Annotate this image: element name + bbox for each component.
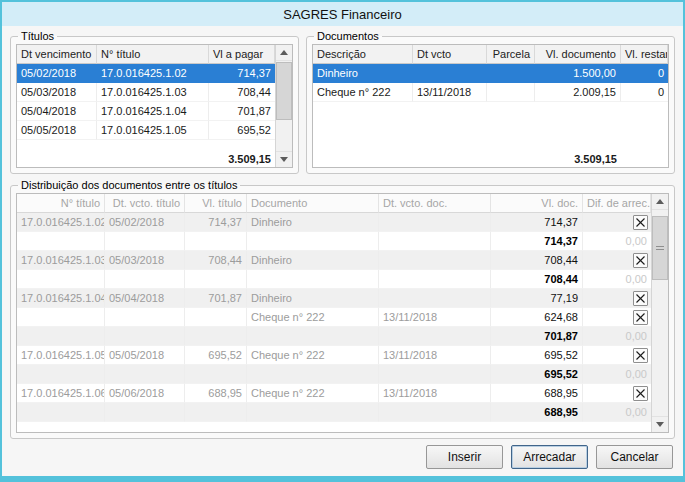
remove-allocation-button[interactable] bbox=[633, 386, 648, 401]
remove-allocation-button[interactable] bbox=[633, 348, 648, 363]
dist-detail-row[interactable]: 17.0.016425.1.0405/04/2018701,87Dinheiro… bbox=[17, 289, 651, 308]
documentos-cell-dt-vcto: 13/11/2018 bbox=[413, 83, 487, 102]
dist-cell-vl-titulo bbox=[185, 308, 247, 327]
spacer-cell bbox=[379, 403, 491, 422]
dist-cell-dif bbox=[583, 308, 651, 327]
dist-cell-dif bbox=[583, 213, 651, 232]
dist-cell-dt-vcto-doc bbox=[379, 289, 491, 308]
remove-allocation-button[interactable] bbox=[633, 215, 648, 230]
dist-cell-documento: Cheque n° 222 bbox=[247, 384, 379, 403]
dist-scroll-up-button[interactable] bbox=[652, 194, 668, 210]
spacer-cell bbox=[247, 365, 379, 384]
spacer-cell bbox=[185, 327, 247, 346]
dist-cell-subtotal-vl-doc: 695,52 bbox=[491, 365, 583, 384]
documentos-col-vl-restante[interactable]: Vl. restante bbox=[621, 45, 668, 64]
spacer-cell bbox=[247, 270, 379, 289]
titulos-scrollbar[interactable] bbox=[275, 45, 292, 167]
documentos-row[interactable]: Dinheiro1.500,000 bbox=[313, 64, 668, 83]
x-icon bbox=[635, 350, 646, 361]
dist-cell-vl-titulo: 708,44 bbox=[185, 251, 247, 270]
titulos-scroll-down-button[interactable] bbox=[276, 151, 292, 167]
spacer-cell bbox=[17, 403, 105, 422]
spacer-cell bbox=[105, 270, 185, 289]
titulos-col-vl-a-pagar[interactable]: Vl a pagar bbox=[209, 45, 275, 64]
dialog-content: Títulos Dt vencimento N° título Vl a pag… bbox=[2, 26, 683, 476]
titulos-rows-column: Dt vencimento N° título Vl a pagar 05/02… bbox=[17, 45, 275, 167]
dist-detail-row[interactable]: 17.0.016425.1.0305/03/2018708,44Dinheiro… bbox=[17, 251, 651, 270]
titulos-cell-vl-a-pagar: 701,87 bbox=[209, 102, 275, 121]
documentos-col-descricao[interactable]: Descrição bbox=[313, 45, 413, 64]
titulos-row[interactable]: 05/02/201817.0.016425.1.02714,37 bbox=[17, 64, 275, 83]
arrecadar-button[interactable]: Arrecadar bbox=[511, 445, 588, 469]
titulos-cell-dt-vencimento: 05/02/2018 bbox=[17, 64, 97, 83]
dist-scroll-down-button[interactable] bbox=[652, 416, 668, 432]
dist-cell-numero: 17.0.016425.1.02 bbox=[17, 213, 105, 232]
thumb-grip-icon bbox=[656, 246, 664, 251]
dist-cell-documento: Dinheiro bbox=[247, 251, 379, 270]
dist-cell-numero: 17.0.016425.1.04 bbox=[17, 289, 105, 308]
x-icon bbox=[635, 255, 646, 266]
titulos-cell-vl-a-pagar: 714,37 bbox=[209, 64, 275, 83]
documentos-col-parcela[interactable]: Parcela bbox=[487, 45, 535, 64]
spacer-cell bbox=[185, 270, 247, 289]
titulos-cell-numero: 17.0.016425.1.05 bbox=[97, 121, 209, 140]
titulos-row[interactable]: 05/03/201817.0.016425.1.03708,44 bbox=[17, 83, 275, 102]
inserir-button[interactable]: Inserir bbox=[426, 445, 503, 469]
dist-detail-row[interactable]: 17.0.016425.1.0505/05/2018695,52Cheque n… bbox=[17, 346, 651, 365]
documentos-col-vl-documento[interactable]: Vl. documento bbox=[535, 45, 621, 64]
distribuicao-rows-column: N° título Dt. vcto. título Vl. título Do… bbox=[17, 194, 651, 432]
titulos-col-dt-vencimento[interactable]: Dt vencimento bbox=[17, 45, 97, 64]
dist-cell-vl-doc: 624,68 bbox=[491, 308, 583, 327]
documentos-col-dt-vcto[interactable]: Dt vcto bbox=[413, 45, 487, 64]
dist-cell-dif-value: 0,00 bbox=[583, 403, 651, 422]
titulos-cell-dt-vencimento: 05/04/2018 bbox=[17, 102, 97, 121]
dist-cell-dt-vcto-titulo bbox=[105, 308, 185, 327]
documentos-row[interactable]: Cheque n° 22213/11/20182.009,150 bbox=[313, 83, 668, 102]
titulos-scroll-track[interactable] bbox=[276, 61, 292, 151]
titulos-scroll-up-button[interactable] bbox=[276, 45, 292, 61]
dist-col-documento: Documento bbox=[247, 194, 379, 213]
triangle-up-icon bbox=[280, 50, 288, 55]
dist-scroll-track[interactable] bbox=[652, 210, 668, 416]
remove-allocation-button[interactable] bbox=[633, 253, 648, 268]
dist-detail-row[interactable]: Cheque n° 22213/11/2018624,68 bbox=[17, 308, 651, 327]
spacer-cell bbox=[487, 148, 535, 167]
dist-col-dt-vcto-titulo: Dt. vcto. título bbox=[105, 194, 185, 213]
remove-allocation-button[interactable] bbox=[633, 310, 648, 325]
spacer-cell bbox=[97, 148, 209, 167]
titulos-groupbox: Títulos Dt vencimento N° título Vl a pag… bbox=[10, 30, 299, 174]
dist-cell-numero: 17.0.016425.1.06 bbox=[17, 384, 105, 403]
remove-allocation-button[interactable] bbox=[633, 291, 648, 306]
spacer-cell bbox=[379, 365, 491, 384]
titulos-cell-dt-vencimento: 05/05/2018 bbox=[17, 121, 97, 140]
triangle-down-icon bbox=[656, 422, 664, 427]
dist-cell-dt-vcto-doc: 13/11/2018 bbox=[379, 346, 491, 365]
titulos-total-row: 3.509,15 bbox=[17, 148, 275, 167]
window-title: SAGRES Financeiro bbox=[283, 7, 402, 22]
documentos-label: Documentos bbox=[314, 30, 382, 42]
titulos-row[interactable]: 05/05/201817.0.016425.1.05695,52 bbox=[17, 121, 275, 140]
distribuicao-scrollbar[interactable] bbox=[651, 194, 668, 432]
dist-scroll-thumb[interactable] bbox=[652, 216, 668, 280]
dist-cell-vl-doc: 77,19 bbox=[491, 289, 583, 308]
dist-cell-documento: Dinheiro bbox=[247, 213, 379, 232]
titulos-row[interactable]: 05/04/201817.0.016425.1.04701,87 bbox=[17, 102, 275, 121]
dist-col-vl-titulo: Vl. título bbox=[185, 194, 247, 213]
titulos-scroll-thumb[interactable] bbox=[276, 62, 292, 120]
cancelar-button[interactable]: Cancelar bbox=[596, 445, 673, 469]
dist-subtotal-row: 688,950,00 bbox=[17, 403, 651, 422]
titulos-col-numero[interactable]: N° título bbox=[97, 45, 209, 64]
titulos-cell-numero: 17.0.016425.1.02 bbox=[97, 64, 209, 83]
titulos-cell-dt-vencimento: 05/03/2018 bbox=[17, 83, 97, 102]
dist-cell-vl-doc: 714,37 bbox=[491, 213, 583, 232]
documentos-cell-vl-documento: 2.009,15 bbox=[535, 83, 621, 102]
dist-subtotal-row: 708,440,00 bbox=[17, 270, 651, 289]
dist-detail-row[interactable]: 17.0.016425.1.0605/06/2018688,95Cheque n… bbox=[17, 384, 651, 403]
dist-cell-vl-titulo: 701,87 bbox=[185, 289, 247, 308]
dist-cell-dif bbox=[583, 251, 651, 270]
dist-cell-dif-value: 0,00 bbox=[583, 232, 651, 251]
spacer-cell bbox=[185, 403, 247, 422]
dist-detail-row[interactable]: 17.0.016425.1.0205/02/2018714,37Dinheiro… bbox=[17, 213, 651, 232]
distribuicao-table: N° título Dt. vcto. título Vl. título Do… bbox=[16, 193, 669, 433]
spacer-cell bbox=[313, 148, 413, 167]
